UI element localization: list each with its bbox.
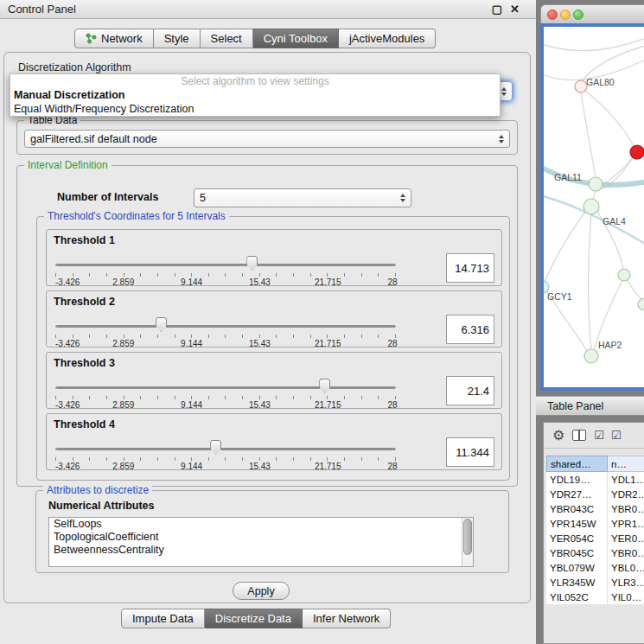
tick-label: 9.144 bbox=[181, 277, 202, 287]
table-cell[interactable]: YDR27… bbox=[546, 487, 608, 501]
network-node[interactable] bbox=[630, 145, 644, 159]
attributes-title: Attributes to discretize bbox=[43, 484, 152, 496]
slider-thumb[interactable] bbox=[156, 317, 167, 332]
scrollbar-thumb[interactable] bbox=[463, 519, 472, 555]
slider-track[interactable] bbox=[55, 448, 396, 450]
network-window-titlebar[interactable] bbox=[540, 4, 644, 23]
table-row[interactable]: YPR145WYPR1… bbox=[546, 516, 644, 531]
table-row[interactable]: YDR27…YDR2… bbox=[546, 487, 644, 501]
slider-scale: -3.4262.8599.14415.4321.71528 bbox=[55, 277, 396, 287]
table-data-combobox[interactable]: galFiltered.sif default node bbox=[24, 130, 510, 148]
node-label: GCY1 bbox=[547, 291, 572, 302]
float-window-icon[interactable]: ▢ bbox=[492, 3, 502, 15]
close-button[interactable] bbox=[547, 10, 558, 20]
table-panel-header[interactable]: Table Panel bbox=[536, 396, 644, 416]
table-row[interactable]: YBR043CYBR0… bbox=[546, 501, 644, 516]
number-of-intervals-combobox[interactable]: 5 bbox=[194, 188, 411, 207]
attributes-list[interactable]: SelfLoopsTopologicalCoefficientBetweenne… bbox=[48, 517, 474, 567]
table-cell[interactable]: YPR145W bbox=[546, 516, 608, 531]
table-row[interactable]: YBR045CYBR0… bbox=[546, 545, 644, 560]
network-canvas[interactable]: GAL80GAL11GAL4GCY1HAP2 bbox=[544, 27, 644, 391]
threshold-slider[interactable]: -3.4262.8599.14415.4321.71528 bbox=[55, 252, 396, 285]
tab-jactivemodules[interactable]: jActiveModules bbox=[339, 29, 436, 48]
slider-scale: -3.4262.8599.14415.4321.71528 bbox=[55, 462, 396, 471]
minimize-button[interactable] bbox=[560, 10, 571, 20]
table-cell[interactable]: YLR345W bbox=[546, 575, 608, 590]
table-cell[interactable]: YPR1… bbox=[608, 516, 644, 531]
network-node[interactable] bbox=[638, 298, 644, 310]
threshold-value-field[interactable]: 21.4 bbox=[446, 376, 494, 405]
tick-label: 15.43 bbox=[249, 400, 271, 410]
tab-style[interactable]: Style bbox=[154, 29, 201, 48]
slider-track[interactable] bbox=[55, 386, 396, 389]
table-cell[interactable]: YER054C bbox=[546, 531, 608, 545]
numerical-attributes-label: Numerical Attributes bbox=[48, 500, 154, 512]
threshold-slider[interactable]: -3.4262.8599.14415.4321.71528 bbox=[55, 314, 396, 347]
table-row[interactable]: YDL19…YDL1… bbox=[546, 472, 644, 487]
network-node[interactable] bbox=[575, 80, 587, 92]
combo-arrows-icon bbox=[499, 135, 504, 143]
threshold-value-field[interactable]: 6.316 bbox=[446, 315, 494, 344]
threshold-slider[interactable]: -3.4262.8599.14415.4321.71528 bbox=[55, 437, 396, 469]
table-cell[interactable]: YIL052C bbox=[546, 590, 608, 604]
threshold-value-field[interactable]: 14.713 bbox=[446, 253, 494, 283]
table-cell[interactable]: YBL079W bbox=[546, 560, 608, 575]
table-cell[interactable]: YER0… bbox=[608, 531, 644, 545]
table-cell[interactable]: YLR3… bbox=[608, 575, 644, 590]
table-cell[interactable]: YDL19… bbox=[546, 472, 608, 487]
threshold-label: Threshold 2 bbox=[54, 296, 115, 308]
columns-icon[interactable] bbox=[572, 430, 586, 441]
apply-button[interactable]: Apply bbox=[233, 582, 290, 600]
table-row[interactable]: YLR345WYLR3… bbox=[546, 575, 644, 590]
slider-track[interactable] bbox=[55, 264, 396, 266]
table-cell[interactable]: YBR0… bbox=[608, 545, 644, 560]
select-all-checkbox-icon[interactable]: ☑ bbox=[594, 430, 603, 441]
tick-label: 28 bbox=[388, 400, 398, 410]
column-header-name[interactable]: n… bbox=[608, 456, 644, 472]
dropdown-option-equal-width[interactable]: Equal Width/Frequency Discretization bbox=[10, 102, 500, 116]
table-cell[interactable]: YBR045C bbox=[546, 545, 608, 560]
table-cell[interactable]: YIL0… bbox=[608, 590, 644, 604]
gear-icon[interactable]: ⚙ bbox=[552, 429, 564, 443]
network-node[interactable] bbox=[583, 199, 599, 214]
control-panel-titlebar[interactable]: Control Panel ▢ ✕ bbox=[0, 0, 536, 19]
select-none-checkbox-icon[interactable]: ☑ bbox=[611, 430, 621, 441]
table-cell[interactable]: YBR0… bbox=[608, 501, 644, 516]
slider-thumb[interactable] bbox=[319, 379, 330, 393]
network-node[interactable] bbox=[584, 349, 598, 363]
threshold-slider[interactable]: -3.4262.8599.14415.4321.71528 bbox=[55, 375, 396, 408]
tab-select[interactable]: Select bbox=[201, 29, 253, 48]
network-view-window: GAL80GAL11GAL4GCY1HAP2 bbox=[540, 4, 644, 391]
threshold-value-field[interactable]: 11.344 bbox=[446, 437, 494, 467]
tick-label: 21.715 bbox=[315, 462, 341, 471]
attributes-scrollbar[interactable] bbox=[462, 518, 473, 566]
slider-thumb[interactable] bbox=[210, 440, 221, 455]
attribute-item[interactable]: BetweennessCentrality bbox=[49, 544, 473, 557]
dropdown-placeholder-option[interactable]: Select algorithm to view settings bbox=[10, 74, 500, 88]
tab-impute-data[interactable]: Impute Data bbox=[121, 609, 205, 628]
attribute-item[interactable]: SelfLoops bbox=[49, 518, 473, 531]
attribute-item[interactable]: TopologicalCoefficient bbox=[49, 531, 473, 544]
table-cell[interactable]: YDR2… bbox=[608, 487, 644, 501]
tab-cyni-toolbox[interactable]: Cyni Toolbox bbox=[253, 29, 339, 48]
slider-thumb[interactable] bbox=[246, 256, 258, 271]
zoom-button[interactable] bbox=[573, 10, 583, 20]
table-row[interactable]: YIL052CYIL0… bbox=[546, 590, 644, 604]
slider-track[interactable] bbox=[55, 325, 396, 328]
table-toolbar: ⚙ ☑ ☑ bbox=[544, 423, 644, 449]
table-row[interactable]: YBL079WYBL0… bbox=[546, 560, 644, 575]
close-icon[interactable]: ✕ bbox=[510, 3, 520, 15]
table-cell[interactable]: YBL0… bbox=[608, 560, 644, 575]
tab-discretize-data[interactable]: Discretize Data bbox=[205, 609, 303, 628]
network-node[interactable] bbox=[589, 177, 603, 191]
table-row[interactable]: YER054CYER0… bbox=[546, 531, 644, 545]
network-node[interactable] bbox=[618, 269, 630, 281]
column-header-shared-name[interactable]: shared… bbox=[546, 456, 608, 472]
table-cell[interactable]: YBR043C bbox=[546, 501, 608, 516]
tab-infer-network[interactable]: Infer Network bbox=[303, 609, 391, 628]
tick-label: 2.859 bbox=[112, 277, 134, 287]
table-cell[interactable]: YDL1… bbox=[608, 472, 644, 487]
dropdown-option-manual-discretization[interactable]: Manual Discretization bbox=[10, 88, 500, 102]
tab-network[interactable]: Network bbox=[74, 29, 154, 48]
threshold-panel: Threshold 4 -3.4262.8599.14415.4321.7152… bbox=[46, 413, 502, 470]
